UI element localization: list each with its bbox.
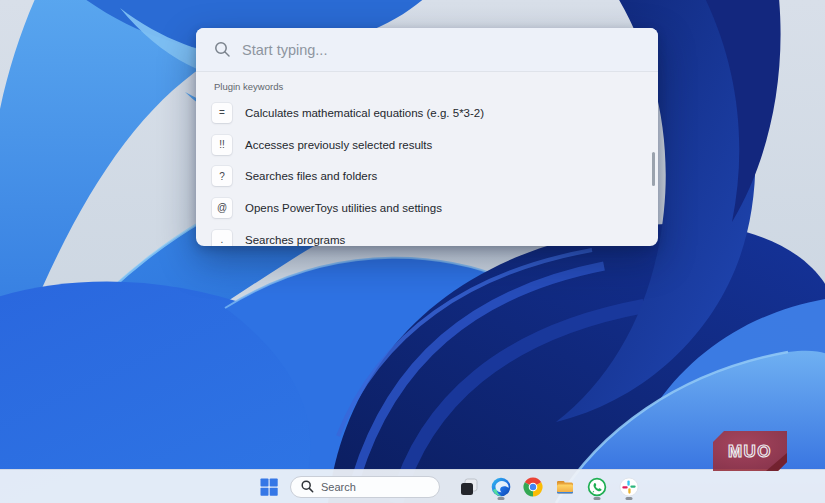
search-icon [214, 41, 231, 58]
edge-browser-icon [491, 477, 511, 497]
running-indicator [626, 497, 633, 500]
chrome-button[interactable] [520, 474, 546, 500]
keyword-badge: . [212, 230, 232, 246]
muo-watermark: MUO [711, 429, 791, 473]
task-view-button[interactable] [456, 474, 482, 500]
slack-button[interactable] [616, 474, 642, 500]
running-indicator [498, 497, 505, 500]
section-label: Plugin keywords [214, 81, 283, 92]
taskbar-center-cluster: Search [256, 470, 645, 503]
keyword-badge: ? [212, 166, 232, 186]
search-bar [196, 28, 658, 72]
search-icon [301, 480, 314, 493]
item-description: Searches programs [245, 234, 345, 246]
taskbar-search-label: Search [321, 481, 356, 493]
start-button[interactable] [256, 474, 282, 500]
results-panel: Plugin keywords = Calculates mathematica… [196, 72, 658, 246]
file-explorer-button[interactable] [552, 474, 578, 500]
windows-logo-icon [260, 478, 278, 496]
keyword-badge: !! [212, 135, 232, 155]
list-item[interactable]: ? Searches files and folders [212, 160, 642, 192]
running-indicator [594, 497, 601, 500]
list-item[interactable]: !! Accesses previously selected results [212, 129, 642, 161]
muo-watermark-text: MUO [728, 442, 772, 461]
desktop: Plugin keywords = Calculates mathematica… [0, 0, 825, 503]
keyword-badge: = [212, 103, 232, 123]
item-description: Accesses previously selected results [245, 139, 432, 151]
edge-button[interactable] [488, 474, 514, 500]
chrome-browser-icon [523, 477, 543, 497]
keyword-badge: @ [212, 198, 232, 218]
whatsapp-button[interactable] [584, 474, 610, 500]
list-item[interactable]: @ Opens PowerToys utilities and settings [212, 192, 642, 224]
scrollbar[interactable] [652, 152, 655, 186]
folder-icon [555, 477, 575, 497]
item-description: Opens PowerToys utilities and settings [245, 202, 442, 214]
taskbar: Search [0, 469, 825, 503]
task-view-icon [459, 477, 479, 497]
item-description: Searches files and folders [245, 170, 377, 182]
slack-icon [619, 477, 639, 497]
item-description: Calculates mathematical equations (e.g. … [245, 107, 484, 119]
search-input[interactable] [196, 28, 658, 71]
whatsapp-icon [587, 477, 607, 497]
list-item[interactable]: . Searches programs [212, 224, 642, 246]
plugin-keyword-list: = Calculates mathematical equations (e.g… [212, 97, 642, 246]
list-item[interactable]: = Calculates mathematical equations (e.g… [212, 97, 642, 129]
powertoys-run-window: Plugin keywords = Calculates mathematica… [196, 28, 658, 246]
taskbar-search-box[interactable]: Search [290, 476, 440, 498]
